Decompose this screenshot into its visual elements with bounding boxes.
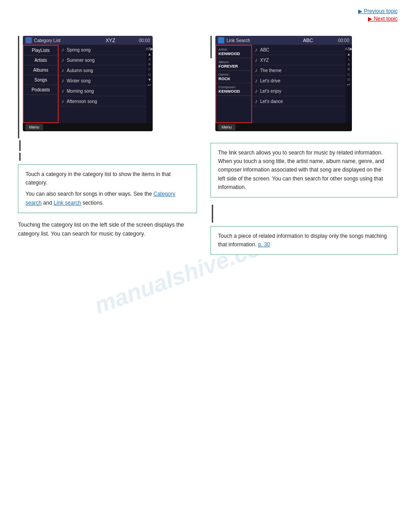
vert-bar-right (212, 205, 213, 223)
alpha-c[interactable]: C (148, 67, 151, 72)
alpha-d2[interactable]: D (347, 77, 350, 82)
device2-body: Artist: KENWOOD Album: FOREVER Genre: RO… (215, 45, 352, 123)
right-note-box-1: The link search allows you to search for… (210, 143, 398, 197)
alpha-bar-1[interactable]: All▶ ▲ A B C D ▼ ↩ (146, 45, 153, 123)
device1-body: PlayLists Artists Albums Songs Podcasts … (23, 45, 153, 123)
song-item-r[interactable]: ♪Let's dance (252, 96, 346, 107)
vert-bar-short-2 (19, 153, 21, 161)
alpha-bar-2[interactable]: All▶ ▲ 1 A B C D ↩ (346, 45, 352, 123)
link-sidebar[interactable]: Artist: KENWOOD Album: FOREVER Genre: RO… (215, 45, 252, 123)
device1-section: Category List XYZ 00:00 PlayLists Artist… (18, 36, 197, 138)
prev-topic-link[interactable]: ▶ Previous topic (358, 8, 398, 14)
alpha-1[interactable]: 1 (348, 57, 350, 62)
left-desc-text: Touching the category list on the left s… (18, 220, 197, 238)
kenwood-logo-2 (218, 37, 224, 43)
category-sidebar[interactable]: PlayLists Artists Albums Songs Podcasts (23, 45, 59, 123)
composer-value: KENWOOD (218, 89, 249, 94)
note-icon: ♪ (61, 88, 64, 94)
song-item-r[interactable]: ♪Let's enjoy (252, 86, 346, 96)
note-icon: ♪ (61, 67, 64, 73)
song-item-r[interactable]: ♪ABC (252, 45, 346, 55)
right-vert-bar (210, 36, 212, 58)
cat-podcasts[interactable]: Podcasts (24, 85, 58, 95)
link-artist[interactable]: Artist: KENWOOD (216, 46, 251, 58)
song-item-r[interactable]: ♪XYZ (252, 55, 346, 65)
alpha-a[interactable]: A (148, 57, 150, 62)
artist-value: KENWOOD (218, 51, 249, 56)
left-text-2: You can also search for songs in other w… (26, 190, 189, 207)
device1-title: Category List (34, 38, 60, 43)
alpha-c2[interactable]: C (347, 72, 350, 77)
device2-center: ABC (278, 38, 338, 43)
song-item-r[interactable]: ♪Let's drive (252, 76, 346, 86)
link-search-screen: Link Search ABC 00:00 Artist: KENWOOD (215, 36, 352, 131)
song-item[interactable]: ♪Autumn song (59, 65, 146, 76)
cat-playlists[interactable]: PlayLists (24, 46, 58, 56)
right-note-text-1: The link search allows you to search for… (218, 149, 390, 192)
song-item[interactable]: ♪Morning song (59, 86, 146, 96)
note-icon: ♪ (255, 47, 257, 53)
song-title: Morning song (67, 89, 144, 94)
note-icon: ♪ (61, 47, 64, 53)
page-link[interactable]: p. 30 (258, 241, 270, 248)
song-item[interactable]: ♪Spring song (59, 45, 146, 55)
alpha-b2[interactable]: B (347, 67, 350, 72)
song-item[interactable]: ♪Afternoon song (59, 96, 146, 107)
all-btn-r[interactable]: All▶ (345, 46, 352, 51)
cat-albums[interactable]: Albums (24, 65, 58, 75)
song-title: XYZ (260, 58, 343, 63)
song-item-r[interactable]: ♪The theme (252, 65, 346, 76)
down-btn[interactable]: ▼ (147, 77, 152, 82)
device1-center: XYZ (82, 38, 138, 43)
device2-title-area: Link Search (218, 37, 278, 43)
link-album[interactable]: Album: FOREVER (216, 58, 251, 71)
device2-section: Link Search ABC 00:00 Artist: KENWOOD (210, 36, 398, 138)
device1-header: Category List XYZ 00:00 (23, 36, 153, 45)
device1-footer: Menu (23, 123, 153, 131)
link-composer[interactable]: Composer: KENWOOD (216, 83, 251, 96)
alpha-b[interactable]: B (148, 62, 150, 67)
left-text-1: Touch a category in the category list to… (26, 170, 189, 187)
right-note-box-2: Touch a piece of related information to … (210, 226, 398, 255)
device1-content: Category List XYZ 00:00 PlayLists Artist… (23, 36, 197, 138)
song-title: Summer song (67, 58, 144, 63)
all-btn[interactable]: All▶ (146, 46, 153, 51)
song-title: The theme (260, 68, 343, 73)
category-search-link[interactable]: Category search (26, 191, 175, 206)
song-list-2: ♪ABC ♪XYZ ♪The theme ♪Let's drive ♪Let's… (252, 45, 346, 123)
next-topic-link[interactable]: ▶ Next topic (358, 16, 398, 22)
album-value: FOREVER (218, 64, 249, 69)
menu-button-1[interactable]: Menu (26, 124, 43, 130)
link-search-link[interactable]: Link search (54, 200, 81, 206)
cat-artists[interactable]: Artists (24, 56, 58, 65)
main-content: Category List XYZ 00:00 PlayLists Artist… (0, 36, 411, 262)
device2-time: 00:00 (338, 38, 349, 43)
song-item[interactable]: ♪Winter song (59, 76, 146, 86)
song-title: Let's drive (260, 78, 343, 83)
note-icon: ♪ (255, 88, 257, 94)
alpha-a2[interactable]: A (347, 62, 350, 67)
menu-button-2[interactable]: Menu (218, 124, 235, 130)
cat-songs[interactable]: Songs (24, 75, 58, 85)
return-btn-r[interactable]: ↩ (347, 82, 351, 87)
note-icon: ♪ (61, 57, 64, 63)
link-genre[interactable]: Genre: ROCK (216, 71, 251, 83)
note-icon: ♪ (255, 57, 257, 63)
up-btn-r[interactable]: ▲ (347, 51, 351, 57)
composer-label: Composer: (218, 85, 249, 89)
return-btn[interactable]: ↩ (147, 82, 152, 88)
song-item[interactable]: ♪Summer song (59, 55, 146, 65)
alpha-d[interactable]: D (148, 72, 151, 77)
left-text-section-2: Touching the category list on the left s… (18, 220, 197, 238)
left-bar-1 (18, 36, 19, 138)
song-title: Autumn song (67, 68, 144, 73)
song-title: Let's enjoy (260, 89, 343, 94)
up-btn[interactable]: ▲ (147, 51, 152, 57)
device2-footer: Menu (215, 123, 352, 131)
right-column: Link Search ABC 00:00 Artist: KENWOOD (206, 36, 411, 262)
artist-label: Artist: (218, 47, 249, 51)
song-list-1: ♪Spring song ♪Summer song ♪Autumn song ♪… (59, 45, 146, 123)
device2-title: Link Search (227, 38, 250, 43)
vert-bar-short-1 (19, 140, 21, 151)
song-title: Spring song (67, 47, 144, 52)
